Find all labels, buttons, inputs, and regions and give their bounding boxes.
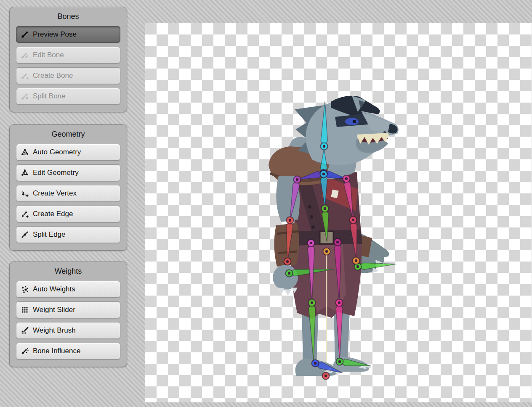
split-bone-icon bbox=[21, 92, 29, 100]
button-label: Auto Geometry bbox=[33, 148, 81, 156]
edit-geometry-icon bbox=[21, 169, 29, 177]
button-label: Preview Pose bbox=[33, 30, 77, 39]
skinning-editor-window: Bones Preview Pose Edit Bone Create Bone… bbox=[0, 0, 532, 407]
split-edge-button[interactable]: Split Edge bbox=[16, 226, 120, 243]
create-vertex-button[interactable]: Create Vertex bbox=[16, 185, 120, 202]
bone-influence-button[interactable]: Bone Influence bbox=[16, 343, 120, 359]
button-label: Weight Slider bbox=[33, 306, 75, 314]
split-bone-button[interactable]: Split Bone bbox=[16, 88, 120, 105]
edit-geometry-button[interactable]: Edit Geometry bbox=[16, 164, 120, 181]
panel-geometry: Geometry Auto Geometry Edit Geometry Cre… bbox=[9, 124, 127, 251]
panel-title: Weights bbox=[10, 262, 127, 281]
panel-title: Bones bbox=[10, 7, 127, 26]
create-bone-icon bbox=[21, 71, 29, 80]
button-label: Edit Bone bbox=[33, 51, 64, 59]
weight-brush-icon bbox=[21, 326, 29, 335]
auto-weights-button[interactable]: Auto Weights bbox=[16, 281, 120, 298]
auto-weights-icon bbox=[21, 285, 29, 293]
button-label: Auto Weights bbox=[33, 285, 75, 293]
weight-brush-button[interactable]: Weight Brush bbox=[16, 322, 120, 339]
create-edge-button[interactable]: Create Edge bbox=[16, 206, 120, 222]
button-label: Create Bone bbox=[33, 71, 73, 80]
edit-bone-button[interactable]: Edit Bone bbox=[16, 47, 120, 63]
button-label: Bone Influence bbox=[33, 347, 80, 355]
weight-slider-button[interactable]: Weight Slider bbox=[16, 301, 120, 318]
panel-title: Geometry bbox=[10, 125, 127, 144]
split-edge-icon bbox=[21, 230, 29, 239]
panel-bones: Bones Preview Pose Edit Bone Create Bone… bbox=[9, 7, 127, 112]
create-edge-icon bbox=[21, 210, 29, 218]
auto-geometry-button[interactable]: Auto Geometry bbox=[16, 144, 120, 161]
create-vertex-icon bbox=[21, 189, 29, 198]
button-label: Create Edge bbox=[33, 210, 73, 218]
sprite-canvas[interactable] bbox=[145, 23, 532, 402]
button-label: Edit Geometry bbox=[33, 169, 79, 177]
button-label: Split Edge bbox=[33, 230, 66, 239]
auto-geometry-icon bbox=[21, 148, 29, 156]
preview-pose-icon bbox=[21, 30, 29, 39]
edit-bone-icon bbox=[21, 51, 29, 59]
panel-weights: Weights Auto Weights Weight Slider Weigh… bbox=[9, 262, 127, 367]
weight-slider-icon bbox=[21, 306, 29, 314]
bone-influence-icon bbox=[21, 347, 29, 355]
button-label: Weight Brush bbox=[33, 326, 76, 335]
preview-pose-button[interactable]: Preview Pose bbox=[16, 26, 120, 43]
create-bone-button[interactable]: Create Bone bbox=[16, 67, 120, 84]
button-label: Create Vertex bbox=[33, 189, 77, 198]
canvas-scene bbox=[145, 23, 532, 402]
button-label: Split Bone bbox=[33, 92, 66, 100]
